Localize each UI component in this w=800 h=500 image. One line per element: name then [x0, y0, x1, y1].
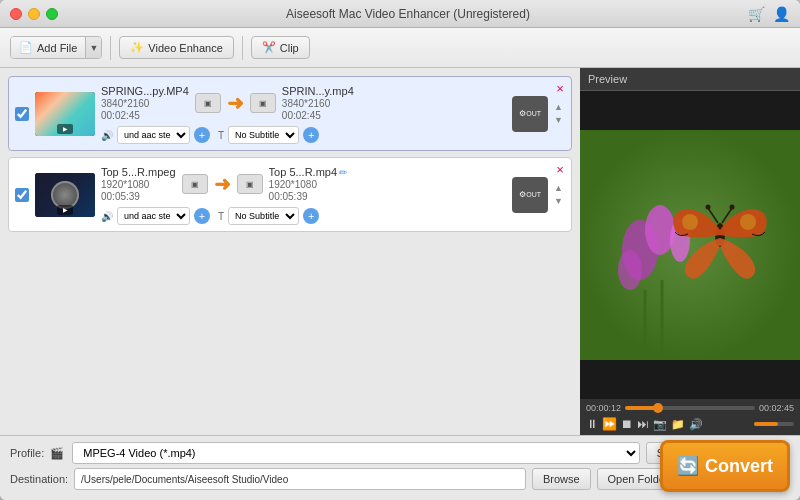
dest-dur-1: 00:02:45 — [282, 110, 354, 121]
convert-button[interactable]: 🔄 Convert — [660, 440, 790, 492]
main-window: Aiseesoft Mac Video Enhancer (Unregister… — [0, 0, 800, 500]
next-frame-btn[interactable]: ⏭ — [637, 417, 649, 431]
scroll-up-1[interactable]: ▲ — [554, 101, 563, 114]
convert-icon: 🔄 — [677, 455, 699, 477]
play-pause-btn[interactable]: ⏸ — [586, 417, 598, 431]
destination-input[interactable] — [74, 468, 526, 490]
edit-icon-2[interactable]: ✏ — [339, 167, 347, 178]
volume-icon: 🔊 — [689, 418, 703, 431]
source-dur-1: 00:02:45 — [101, 110, 189, 121]
remove-file-1[interactable]: × — [553, 81, 567, 95]
window-title: Aiseesoft Mac Video Enhancer (Unregister… — [68, 7, 748, 21]
source-filename-2: Top 5...R.mpeg — [101, 166, 176, 178]
cart-icon[interactable]: 🛒 — [748, 6, 765, 22]
preview-label: Preview — [580, 68, 800, 91]
volume-fill — [754, 422, 778, 426]
convert-section-2: Top 5...R.mpeg 1920*1080 00:05:39 ▣ ➜ ▣ … — [101, 166, 506, 202]
output-settings-2[interactable]: ⚙ OUT — [512, 177, 548, 213]
add-file-dropdown[interactable]: 📄 Add File ▼ — [10, 36, 102, 59]
toolbar-separator-1 — [110, 36, 111, 60]
source-res-1: 3840*2160 — [101, 98, 189, 109]
profile-select[interactable]: MPEG-4 Video (*.mp4) — [72, 442, 640, 464]
convert-arrow-1: ➜ — [227, 91, 244, 115]
profile-icon: 🎬 — [50, 447, 64, 460]
profile-label: Profile: — [10, 447, 44, 459]
scroll-up-2[interactable]: ▲ — [554, 182, 563, 195]
add-subtitle-btn-1[interactable]: + — [303, 127, 319, 143]
destination-label: Destination: — [10, 473, 68, 485]
output-settings-1[interactable]: ⚙ OUT — [512, 96, 548, 132]
subtitle-select-2[interactable]: No Subtitle — [228, 207, 299, 225]
svg-point-12 — [706, 205, 711, 210]
svg-point-2 — [645, 205, 675, 255]
source-video-icon-2[interactable]: ▣ — [182, 174, 208, 194]
dest-block-1: SPRIN...y.mp4 3840*2160 00:02:45 — [282, 85, 354, 121]
close-button[interactable] — [10, 8, 22, 20]
remove-file-2[interactable]: × — [553, 162, 567, 176]
preview-image — [580, 130, 800, 360]
thumbnail-play-1: ▶ — [57, 124, 73, 134]
total-time: 00:02:45 — [759, 403, 794, 413]
toolbar-separator-2 — [242, 36, 243, 60]
source-block-2: Top 5...R.mpeg 1920*1080 00:05:39 — [101, 166, 176, 202]
file-row-2: ▶ Top 5...R.mpeg 1920*1080 00:05:39 ▣ ➜ … — [8, 157, 572, 232]
subtitle-select-1[interactable]: No Subtitle — [228, 126, 299, 144]
svg-point-13 — [730, 205, 735, 210]
playback-row: ⏸ ⏩ ⏹ ⏭ 📷 📁 🔊 — [586, 417, 794, 431]
user-icon[interactable]: 👤 — [773, 6, 790, 22]
dest-video-icon-2[interactable]: ▣ — [237, 174, 263, 194]
source-video-icon-1[interactable]: ▣ — [195, 93, 221, 113]
traffic-lights — [10, 8, 58, 20]
source-res-2: 1920*1080 — [101, 179, 176, 190]
file-checkbox-1[interactable] — [15, 107, 29, 121]
subtitle-t-1: T — [218, 130, 224, 141]
dest-block-2: Top 5...R.mp4 ✏ 1920*1080 00:05:39 — [269, 166, 347, 202]
folder-btn[interactable]: 📁 — [671, 418, 685, 431]
video-enhance-button[interactable]: ✨ Video Enhance — [119, 36, 233, 59]
svg-point-9 — [740, 214, 756, 230]
add-file-arrow[interactable]: ▼ — [85, 37, 101, 58]
bottom-section: Profile: 🎬 MPEG-4 Video (*.mp4) Settings… — [0, 435, 800, 500]
audio-select-1[interactable]: und aac ste — [117, 126, 190, 144]
file-controls-1: 🔊 und aac ste + T No Subtitle + — [101, 126, 506, 144]
toolbar: 📄 Add File ▼ ✨ Video Enhance ✂️ Clip — [0, 28, 800, 68]
clip-icon: ✂️ — [262, 41, 276, 54]
progress-track[interactable] — [625, 406, 755, 410]
add-audio-btn-2[interactable]: + — [194, 208, 210, 224]
file-checkbox-2[interactable] — [15, 188, 29, 202]
preview-controls: 00:00:12 00:02:45 ⏸ ⏩ ⏹ ⏭ 📷 📁 🔊 — [580, 399, 800, 435]
file-info-2: Top 5...R.mpeg 1920*1080 00:05:39 ▣ ➜ ▣ … — [101, 164, 506, 225]
preview-video — [580, 91, 800, 399]
audio-icon-2: 🔊 — [101, 211, 113, 222]
current-time: 00:00:12 — [586, 403, 621, 413]
browse-button[interactable]: Browse — [532, 468, 591, 490]
progress-thumb[interactable] — [653, 403, 663, 413]
dest-res-2: 1920*1080 — [269, 179, 347, 190]
file-info-1: SPRING...py.MP4 3840*2160 00:02:45 ▣ ➜ ▣… — [101, 83, 506, 144]
svg-rect-0 — [580, 130, 800, 360]
stop-btn[interactable]: ⏹ — [621, 417, 633, 431]
clip-button[interactable]: ✂️ Clip — [251, 36, 310, 59]
fast-forward-btn[interactable]: ⏩ — [602, 417, 617, 431]
file-thumbnail-2: ▶ — [35, 173, 95, 217]
preview-panel: Preview — [580, 68, 800, 435]
add-file-main[interactable]: 📄 Add File — [11, 37, 85, 58]
titlebar: Aiseesoft Mac Video Enhancer (Unregister… — [0, 0, 800, 28]
add-subtitle-btn-2[interactable]: + — [303, 208, 319, 224]
screenshot-btn[interactable]: 📷 — [653, 418, 667, 431]
add-audio-btn-1[interactable]: + — [194, 127, 210, 143]
audio-icon-1: 🔊 — [101, 130, 113, 141]
dest-filename-1: SPRIN...y.mp4 — [282, 85, 354, 97]
scroll-down-2[interactable]: ▼ — [554, 195, 563, 208]
minimize-button[interactable] — [28, 8, 40, 20]
svg-point-3 — [618, 250, 642, 290]
dest-video-icon-1[interactable]: ▣ — [250, 93, 276, 113]
source-block-1: SPRING...py.MP4 3840*2160 00:02:45 — [101, 85, 189, 121]
dest-dur-2: 00:05:39 — [269, 191, 347, 202]
maximize-button[interactable] — [46, 8, 58, 20]
scroll-down-1[interactable]: ▼ — [554, 114, 563, 127]
dest-res-1: 3840*2160 — [282, 98, 354, 109]
audio-select-2[interactable]: und aac ste — [117, 207, 190, 225]
volume-slider[interactable] — [754, 422, 794, 426]
svg-point-8 — [682, 214, 698, 230]
